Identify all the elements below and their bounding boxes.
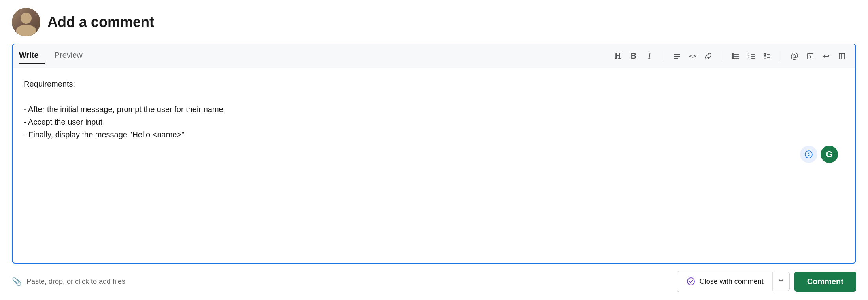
blockquote-icon: [673, 52, 681, 60]
svg-point-5: [732, 55, 734, 57]
comment-button[interactable]: Comment: [794, 272, 856, 292]
mention-button[interactable]: @: [787, 49, 802, 63]
undo-button[interactable]: ↩: [819, 49, 833, 63]
tab-write[interactable]: Write: [19, 48, 45, 64]
svg-point-3: [732, 53, 734, 55]
unordered-list-button[interactable]: [728, 49, 743, 63]
toolbar-group-misc: @ ↩: [787, 49, 849, 63]
reference-icon: [806, 52, 814, 60]
reference-button[interactable]: [803, 49, 817, 63]
separator-3: [781, 51, 781, 62]
blockquote-button[interactable]: [670, 49, 684, 63]
ordered-list-icon: 1. 2. 3.: [747, 52, 755, 60]
attach-area[interactable]: 📎 Paste, drop, or click to add files: [12, 277, 125, 286]
avatar: [12, 8, 40, 36]
toolbar-group-list: 1. 2. 3.: [728, 49, 774, 63]
toolbar: Write Preview H B I <>: [13, 44, 855, 68]
unordered-list-icon: [732, 52, 740, 60]
chevron-down-icon: [778, 278, 784, 283]
copilot-button[interactable]: [800, 146, 817, 163]
svg-point-25: [687, 278, 694, 285]
toolbar-group-text: H B I: [611, 49, 657, 63]
check-circle-icon: [686, 277, 696, 286]
editor-content[interactable]: Requirements: - After the initial messag…: [24, 78, 844, 141]
separator-1: [663, 51, 663, 62]
link-button[interactable]: [701, 49, 715, 63]
copilot-icon: [804, 150, 813, 159]
svg-text:3.: 3.: [748, 57, 750, 59]
task-list-button[interactable]: [760, 49, 774, 63]
grammarly-button[interactable]: G: [821, 146, 838, 163]
close-with-comment-dropdown-button[interactable]: [772, 272, 790, 291]
svg-rect-17: [764, 57, 766, 59]
tab-preview[interactable]: Preview: [48, 48, 89, 64]
code-button[interactable]: <>: [685, 49, 700, 63]
editor-body[interactable]: Requirements: - After the initial messag…: [13, 68, 855, 263]
task-list-icon: [763, 52, 771, 60]
link-icon: [704, 52, 712, 60]
toolbar-group-format: <>: [670, 49, 715, 63]
editor-tools-bottom: G: [24, 141, 844, 168]
svg-point-24: [808, 155, 810, 156]
attach-label: Paste, drop, or click to add files: [26, 277, 125, 286]
footer-actions: Close with comment Comment: [677, 271, 856, 292]
ordered-list-button[interactable]: 1. 2. 3.: [744, 49, 759, 63]
close-with-comment-label: Close with comment: [700, 277, 764, 286]
svg-point-23: [805, 151, 812, 158]
editor-container: Write Preview H B I <>: [12, 44, 856, 264]
close-with-comment-button[interactable]: Close with comment: [677, 271, 772, 292]
separator-2: [722, 51, 722, 62]
fullscreen-icon: [838, 52, 846, 60]
svg-rect-21: [839, 53, 845, 59]
footer: 📎 Paste, drop, or click to add files Clo…: [12, 264, 856, 292]
page-title: Add a comment: [47, 14, 154, 30]
fullscreen-button[interactable]: [835, 49, 849, 63]
attach-icon: 📎: [12, 277, 22, 286]
heading-button[interactable]: H: [611, 49, 625, 63]
italic-button[interactable]: I: [642, 49, 657, 63]
svg-point-7: [732, 57, 734, 59]
bold-button[interactable]: B: [626, 49, 641, 63]
header: Add a comment: [12, 8, 856, 36]
